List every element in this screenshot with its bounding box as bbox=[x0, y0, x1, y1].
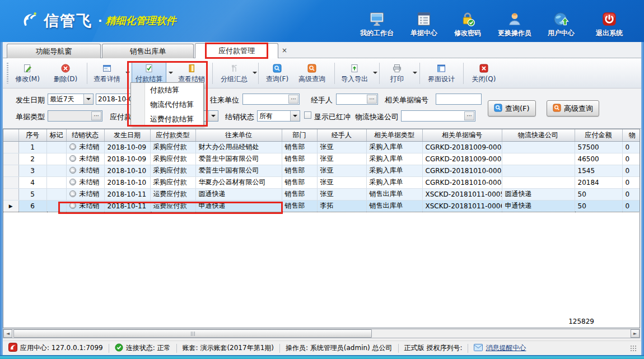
settle-status-select[interactable]: 所有 bbox=[257, 110, 300, 122]
scroll-right-icon[interactable]: ► bbox=[631, 329, 640, 338]
view-details-button[interactable]: 查看详情 bbox=[90, 62, 124, 86]
table-cell: 采购应付款 bbox=[150, 141, 195, 153]
table-cell: 3 bbox=[18, 165, 46, 176]
group-summary-button[interactable]: 分组汇总 bbox=[217, 62, 251, 86]
column-header[interactable]: 相关单据类型 bbox=[366, 129, 422, 141]
nav-user-center[interactable]: 用户中心 bbox=[544, 11, 578, 39]
handler-input[interactable]: ··· bbox=[336, 94, 378, 105]
column-header[interactable]: 序号 bbox=[18, 129, 46, 141]
chevron-down-icon[interactable] bbox=[83, 94, 93, 104]
toolbar-grip[interactable] bbox=[7, 63, 8, 83]
lookup-dots-icon[interactable]: ··· bbox=[464, 111, 474, 120]
related-no-input[interactable] bbox=[436, 94, 482, 105]
column-header[interactable]: 应付金额 bbox=[575, 129, 622, 141]
row-selector-cell[interactable] bbox=[3, 153, 18, 165]
horizontal-scrollbar[interactable]: ◄ ► bbox=[3, 329, 640, 338]
table-cell: CGRKD-20181010-0003 bbox=[422, 165, 502, 176]
table-row[interactable]: 4未结销2018-10-10采购应付款华夏办公器材有限公司销售部张亚采购入库单C… bbox=[3, 176, 640, 188]
view-details-dropdown-icon[interactable] bbox=[125, 72, 130, 74]
payment-settle-dropdown-icon[interactable] bbox=[169, 72, 173, 74]
row-selector-cell[interactable] bbox=[3, 141, 18, 153]
column-header[interactable]: 物流快递公司 bbox=[502, 129, 575, 141]
resize-grip[interactable] bbox=[630, 345, 637, 352]
tab-function-nav[interactable]: 功能导航窗 bbox=[7, 44, 101, 58]
advanced-query-button[interactable]: 高级查询 bbox=[295, 62, 329, 86]
lookup-dots-icon[interactable]: ··· bbox=[288, 95, 298, 104]
app-window: 信管飞 · 精细化管理软件 我的工作台 单据中心 修改密码 更换操作员 用户中心… bbox=[0, 0, 644, 359]
column-header[interactable]: 发生日期 bbox=[104, 129, 150, 141]
button-label: 导入导出 bbox=[341, 74, 368, 84]
row-selector-cell[interactable]: ▶ bbox=[3, 200, 18, 212]
tab-payable-management[interactable]: 应付款管理 bbox=[195, 43, 278, 59]
doc-type-label: 单据类型 bbox=[16, 112, 45, 122]
table-row[interactable]: 2未结销2018-10-09采购应付款爱普生中国有限公司销售部张亚采购入库单CG… bbox=[3, 153, 640, 165]
scrollbar-thumb[interactable] bbox=[13, 329, 372, 338]
table-cell: 采购入库单 bbox=[366, 176, 422, 188]
table-row[interactable]: 5未结销2018-10-11运费应付款圆通快递销售部张亚销售出库单XSCKD-2… bbox=[3, 188, 640, 200]
operator-icon bbox=[506, 11, 523, 27]
status-account-set: 账套: 演示账套(2017年第1期) bbox=[177, 343, 279, 353]
date-range-value: 最近7天 bbox=[48, 95, 83, 104]
nav-document-center[interactable]: 单据中心 bbox=[408, 11, 440, 39]
table-cell: 张亚 bbox=[317, 153, 366, 165]
import-export-dropdown-icon[interactable] bbox=[373, 72, 377, 74]
query-filter-button[interactable]: 查询(F) bbox=[488, 100, 536, 116]
show-red-checkbox[interactable] bbox=[304, 111, 311, 119]
pay-settle-icon bbox=[144, 64, 153, 74]
close-button[interactable]: 关闭(Q) bbox=[468, 62, 500, 86]
message-center-link[interactable]: 消息提醒中心 bbox=[486, 343, 526, 353]
column-header[interactable]: 部门 bbox=[282, 129, 317, 141]
table-cell: 2018-10-10 bbox=[104, 165, 150, 176]
column-header[interactable]: 应付款类型 bbox=[150, 129, 195, 141]
advanced-query-filter-button[interactable]: 高级查询 bbox=[547, 100, 599, 116]
ui-design-button[interactable]: 界面设计 bbox=[424, 62, 459, 86]
table-cell: 销售部 bbox=[282, 141, 317, 153]
row-selector-cell[interactable] bbox=[3, 165, 18, 176]
column-header[interactable]: 物 bbox=[622, 129, 640, 141]
status-text: 连接状态: 正常 bbox=[126, 343, 171, 353]
menu-item-payment-settle[interactable]: 付款结算 bbox=[131, 83, 203, 97]
scroll-left-icon[interactable]: ◄ bbox=[3, 329, 12, 338]
group-summary-dropdown-icon[interactable] bbox=[253, 72, 257, 74]
modify-button[interactable]: 修改(M) bbox=[10, 62, 45, 86]
tab-close-icon[interactable]: × bbox=[281, 46, 288, 54]
status-message-center[interactable]: 消息提醒中心 bbox=[468, 343, 531, 353]
column-header[interactable]: 往来单位 bbox=[195, 129, 282, 141]
nav-exit-system[interactable]: 退出系统 bbox=[592, 11, 626, 39]
logistics-input[interactable]: ··· bbox=[401, 110, 475, 122]
table-row[interactable]: ▶6未结销2018-10-11运费应付款申通快递销售部李拓销售出库单XSCKD-… bbox=[3, 200, 640, 212]
nav-my-workspace[interactable]: 我的工作台 bbox=[358, 11, 395, 39]
print-dropdown-icon[interactable] bbox=[413, 72, 417, 74]
row-selector-cell[interactable] bbox=[3, 176, 18, 188]
column-header[interactable]: 标记 bbox=[46, 129, 66, 141]
column-header[interactable]: 结销状态 bbox=[66, 129, 104, 141]
table-cell: 圆通快递 bbox=[195, 188, 282, 200]
lookup-dots-icon[interactable]: ··· bbox=[367, 95, 377, 104]
lookup-dots-icon[interactable]: ··· bbox=[91, 111, 101, 120]
menu-item-logistics-settle[interactable]: 物流代付结算 bbox=[131, 97, 203, 112]
row-selector-cell[interactable] bbox=[3, 188, 18, 200]
table-cell: 采购应付款 bbox=[150, 153, 195, 165]
chevron-down-icon[interactable] bbox=[290, 111, 300, 121]
doc-type-input[interactable]: ··· bbox=[48, 110, 102, 122]
payable-table: 序号标记结销状态发生日期应付款类型往来单位部门经手人相关单据类型相关单据编号物流… bbox=[3, 129, 640, 212]
nav-label: 退出系统 bbox=[596, 29, 623, 38]
show-red-label: 显示已红冲 bbox=[314, 112, 351, 122]
print-button[interactable]: 打印 bbox=[384, 62, 410, 86]
chevron-down-icon[interactable] bbox=[208, 111, 218, 121]
partner-input[interactable]: ··· bbox=[242, 94, 300, 105]
nav-change-password[interactable]: 修改密码 bbox=[451, 11, 484, 39]
date-range-select[interactable]: 最近7天 bbox=[48, 94, 94, 105]
column-header[interactable]: 相关单据编号 bbox=[422, 129, 502, 141]
column-header[interactable]: 经手人 bbox=[317, 129, 366, 141]
tab-sales-outbound[interactable]: 销售出库单 bbox=[102, 44, 194, 58]
power-icon bbox=[601, 11, 618, 27]
delete-button[interactable]: 删除(D) bbox=[48, 62, 83, 86]
table-row[interactable]: 1未结销2018-10-09采购应付款财大办公用品经销处销售部张亚采购入库单CG… bbox=[3, 141, 640, 153]
query-button[interactable]: 查询(F) bbox=[262, 62, 293, 86]
table-cell: 2018-10-11 bbox=[104, 200, 150, 212]
menu-item-freight-settle[interactable]: 运费付款结算 bbox=[131, 112, 203, 127]
table-row[interactable]: 3未结销2018-10-10采购应付款爱普生中国有限公司销售部张亚采购入库单CG… bbox=[3, 165, 640, 176]
import-export-button[interactable]: 导入导出 bbox=[338, 62, 371, 86]
nav-change-operator[interactable]: 更换操作员 bbox=[495, 11, 534, 39]
